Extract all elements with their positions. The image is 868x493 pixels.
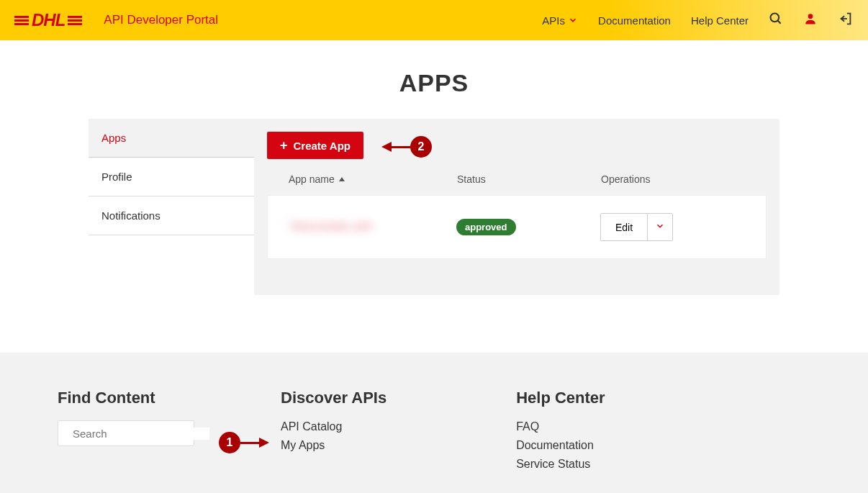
table-row: TRACKING API approved Edit — [267, 195, 767, 259]
column-app-name-label: App name — [289, 173, 335, 185]
sort-asc-icon — [338, 176, 345, 183]
sidebar: Apps Profile Notifications — [89, 119, 254, 295]
page-title: APPS — [0, 69, 868, 97]
svg-point-2 — [808, 14, 813, 19]
edit-split-button: Edit — [600, 213, 673, 241]
logout-icon[interactable] — [838, 11, 854, 30]
nav-apis-label: APIs — [542, 14, 565, 27]
nav-help-center[interactable]: Help Center — [691, 14, 749, 27]
operations-cell: Edit — [600, 213, 744, 241]
sidebar-item-profile[interactable]: Profile — [89, 158, 254, 196]
footer-link-my-apps[interactable]: My Apps — [281, 439, 386, 452]
chevron-down-icon — [568, 15, 578, 25]
chevron-down-icon — [655, 221, 665, 231]
edit-button[interactable]: Edit — [601, 214, 647, 240]
header: DHL API Developer Portal APIs Documentat… — [0, 0, 868, 40]
edit-dropdown-button[interactable] — [647, 214, 672, 240]
content-area: + Create App App name Status Operations … — [254, 119, 779, 295]
footer: Find Content Discover APIs API Catalog M… — [0, 353, 868, 493]
footer-link-service-status[interactable]: Service Status — [516, 458, 605, 471]
nav-apis[interactable]: APIs — [542, 14, 578, 27]
plus-icon: + — [280, 139, 288, 152]
dhl-logo[interactable]: DHL — [14, 10, 82, 30]
logo-text: DHL — [32, 10, 65, 30]
status-badge: approved — [456, 219, 516, 235]
annotation-line — [392, 146, 410, 148]
footer-link-faq[interactable]: FAQ — [516, 420, 605, 433]
annotation-step-2: 2 — [381, 136, 432, 158]
column-operations: Operations — [601, 173, 745, 185]
svg-marker-4 — [339, 177, 345, 181]
user-icon[interactable] — [803, 12, 818, 29]
status-cell: approved — [456, 219, 600, 235]
app-name-cell[interactable]: TRACKING API — [289, 221, 456, 234]
annotation-step-1: 1 — [219, 432, 269, 453]
annotation-badge-1: 1 — [219, 432, 240, 453]
create-app-button[interactable]: + Create App — [267, 132, 363, 159]
footer-link-documentation[interactable]: Documentation — [516, 439, 605, 452]
nav-right: APIs Documentation Help Center — [542, 11, 854, 30]
arrow-right-icon — [259, 438, 269, 448]
arrow-left-icon — [381, 142, 392, 152]
footer-discover-title: Discover APIs — [281, 389, 386, 407]
main-panel: Apps Profile Notifications + Create App … — [89, 119, 779, 295]
nav-documentation[interactable]: Documentation — [598, 14, 671, 27]
annotation-badge-2: 2 — [410, 136, 432, 158]
logo-lines-left — [14, 16, 29, 25]
footer-link-api-catalog[interactable]: API Catalog — [281, 420, 386, 433]
logo-lines-right — [68, 16, 82, 25]
portal-title[interactable]: API Developer Portal — [104, 13, 218, 27]
table-header: App name Status Operations — [267, 159, 767, 195]
column-status: Status — [457, 173, 601, 185]
footer-help-title: Help Center — [516, 389, 605, 407]
svg-point-0 — [771, 14, 779, 22]
footer-help: Help Center FAQ Documentation Service St… — [516, 389, 605, 476]
svg-line-1 — [778, 21, 781, 24]
create-app-label: Create App — [294, 140, 351, 152]
footer-find-content-title: Find Content — [58, 389, 194, 407]
footer-search-input[interactable] — [73, 428, 209, 440]
sidebar-item-apps[interactable]: Apps — [89, 119, 254, 158]
footer-search[interactable] — [58, 420, 194, 446]
footer-find-content: Find Content — [58, 389, 194, 476]
footer-discover: Discover APIs API Catalog My Apps 1 — [281, 389, 386, 476]
search-icon[interactable] — [769, 12, 783, 29]
annotation-line — [240, 442, 259, 444]
column-app-name[interactable]: App name — [289, 173, 457, 185]
sidebar-item-notifications[interactable]: Notifications — [89, 196, 254, 235]
